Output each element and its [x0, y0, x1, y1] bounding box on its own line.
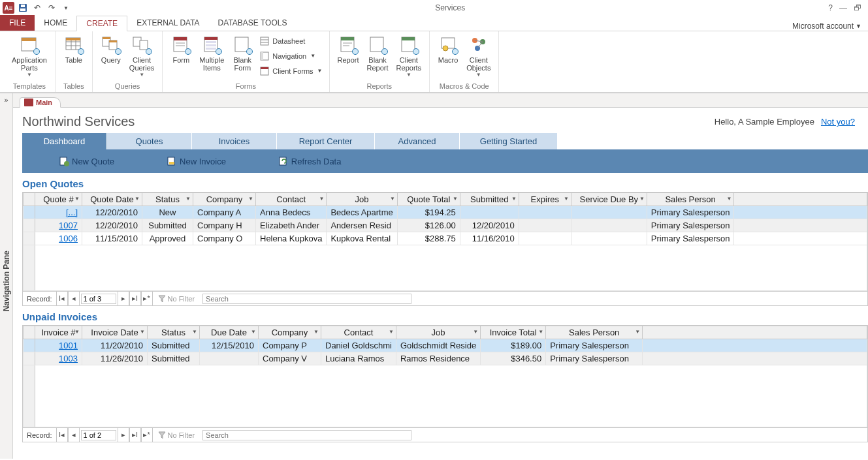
- col-due-date[interactable]: Due Date▼: [200, 326, 259, 339]
- col-job[interactable]: Job▼: [327, 193, 397, 206]
- navtab-getting-started[interactable]: Getting Started: [460, 133, 558, 149]
- no-filter-label: No Filter: [153, 295, 201, 303]
- help-icon[interactable]: ?: [828, 3, 833, 12]
- col-invoice-date[interactable]: Invoice Date▼: [82, 326, 148, 339]
- redo-icon[interactable]: ↷: [46, 2, 57, 14]
- svg-rect-20: [176, 45, 185, 46]
- svg-rect-24: [206, 44, 216, 46]
- first-record-icon[interactable]: I◂: [56, 292, 68, 305]
- prev-record-icon[interactable]: ◂: [68, 428, 80, 442]
- col-quote-num[interactable]: Quote #▼: [35, 193, 82, 206]
- tab-file[interactable]: FILE: [0, 15, 35, 31]
- svg-rect-36: [343, 42, 352, 44]
- not-you-link[interactable]: Not you?: [821, 117, 855, 127]
- search-input[interactable]: [202, 294, 411, 304]
- document-tab-main[interactable]: Main: [20, 97, 61, 108]
- search-input[interactable]: [202, 430, 411, 440]
- col-company[interactable]: Company▼: [193, 193, 256, 206]
- record-position-input[interactable]: [81, 294, 116, 304]
- col-inv-sales[interactable]: Sales Person▼: [546, 326, 643, 339]
- application-parts-button[interactable]: Application Parts▼: [8, 33, 51, 81]
- minimize-icon[interactable]: —: [839, 3, 847, 12]
- svg-rect-4: [22, 38, 36, 41]
- expand-icon[interactable]: »: [4, 93, 8, 104]
- tab-create[interactable]: CREATE: [76, 16, 127, 31]
- svg-rect-33: [261, 67, 268, 69]
- row-selector-header[interactable]: [24, 193, 35, 206]
- undo-icon[interactable]: ↶: [31, 2, 43, 14]
- svg-rect-2: [21, 5, 25, 7]
- col-expires[interactable]: Expires▼: [519, 193, 571, 206]
- col-invoice-num[interactable]: Invoice #▼: [35, 326, 82, 339]
- group-reports: Reports: [334, 81, 426, 92]
- account-menu[interactable]: Microsoft account▼: [792, 22, 868, 31]
- report-button[interactable]: Report: [334, 33, 363, 81]
- new-invoice-button[interactable]: New Invoice: [167, 156, 226, 166]
- col-contact[interactable]: Contact▼: [256, 193, 327, 206]
- client-objects-button[interactable]: Client Objects▼: [462, 33, 494, 81]
- navigation-button[interactable]: Navigation▼: [259, 49, 322, 63]
- next-record-icon[interactable]: ▸: [118, 292, 129, 305]
- col-submitted[interactable]: Submitted▼: [460, 193, 519, 206]
- unpaid-invoices-grid[interactable]: Invoice #▼ Invoice Date▼ Status▼ Due Dat…: [22, 325, 868, 428]
- table-row[interactable]: [...]12/20/2010NewCompany AAnna BedecsBe…: [24, 206, 867, 219]
- multiple-items-button[interactable]: Multiple Items: [195, 33, 228, 81]
- macro-button[interactable]: Macro: [434, 33, 462, 81]
- navtab-advanced[interactable]: Advanced: [375, 133, 460, 149]
- navtab-dashboard[interactable]: Dashboard: [22, 133, 107, 149]
- svg-line-47: [477, 42, 483, 48]
- record-position-input[interactable]: [81, 430, 116, 440]
- ribbon: Application Parts▼ Templates Table Table…: [0, 31, 868, 93]
- open-quotes-grid[interactable]: Quote #▼ Quote Date▼ Status▼ Company▼ Co…: [22, 192, 868, 292]
- ribbon-tabs: FILE HOME CREATE EXTERNAL DATA DATABASE …: [0, 16, 868, 31]
- first-record-icon[interactable]: I◂: [56, 428, 68, 442]
- svg-rect-14: [109, 40, 117, 42]
- form-button[interactable]: Form: [167, 33, 195, 81]
- new-record-icon[interactable]: ▸*: [141, 428, 153, 442]
- table-button[interactable]: Table: [59, 33, 88, 81]
- navtab-invoices[interactable]: Invoices: [192, 133, 277, 149]
- col-inv-total[interactable]: Invoice Total▼: [481, 326, 546, 339]
- datasheet-button[interactable]: Datasheet: [259, 34, 322, 48]
- tab-database-tools[interactable]: DATABASE TOOLS: [209, 15, 297, 31]
- quick-access-toolbar: A≡ ↶ ↷ ▼: [0, 2, 72, 14]
- client-reports-button[interactable]: Client Reports▼: [393, 33, 426, 81]
- col-inv-contact[interactable]: Contact▼: [321, 326, 396, 339]
- client-forms-button[interactable]: Client Forms▼: [259, 64, 322, 78]
- col-inv-status[interactable]: Status▼: [148, 326, 200, 339]
- last-record-icon[interactable]: ▸I: [129, 428, 141, 442]
- col-inv-job[interactable]: Job▼: [396, 326, 480, 339]
- query-button[interactable]: Query: [97, 33, 125, 81]
- navtab-quotes[interactable]: Quotes: [107, 133, 192, 149]
- qat-dropdown-icon[interactable]: ▼: [60, 2, 72, 14]
- table-row[interactable]: 100311/26/2010SubmittedCompany VLuciana …: [24, 352, 867, 365]
- prev-record-icon[interactable]: ◂: [68, 292, 80, 305]
- navigation-pane-collapsed[interactable]: » Navigation Pane: [0, 93, 13, 459]
- group-templates: Templates: [8, 81, 51, 92]
- tab-home[interactable]: HOME: [35, 15, 76, 31]
- new-record-icon[interactable]: ▸*: [141, 292, 153, 305]
- client-queries-button[interactable]: Client Queries▼: [125, 33, 159, 81]
- table-row[interactable]: 100611/15/2010ApprovedCompany OHelena Ku…: [24, 232, 867, 245]
- col-sales[interactable]: Sales Person▼: [647, 193, 734, 206]
- refresh-data-button[interactable]: Refresh Data: [278, 156, 342, 166]
- blank-form-button[interactable]: Blank Form: [228, 33, 257, 81]
- blank-report-button[interactable]: Blank Report: [363, 33, 393, 81]
- window-title: Services: [72, 3, 828, 12]
- navtab-report-center[interactable]: Report Center: [277, 133, 375, 149]
- col-due[interactable]: Service Due By▼: [571, 193, 647, 206]
- table-row[interactable]: 100712/20/2010SubmittedCompany HElizabet…: [24, 219, 867, 232]
- table-row[interactable]: 100111/20/2010Submitted12/15/2010Company…: [24, 339, 867, 352]
- hello-text: Hello, A Sample Employee: [715, 117, 814, 127]
- col-total[interactable]: Quote Total▼: [397, 193, 460, 206]
- tab-external-data[interactable]: EXTERNAL DATA: [127, 15, 208, 31]
- next-record-icon[interactable]: ▸: [118, 428, 129, 442]
- save-icon[interactable]: [17, 2, 29, 14]
- restore-icon[interactable]: 🗗: [854, 3, 861, 12]
- col-inv-company[interactable]: Company▼: [259, 326, 321, 339]
- col-status[interactable]: Status▼: [142, 193, 193, 206]
- record-navigator-quotes: Record: I◂ ◂ ▸ ▸I ▸* No Filter: [22, 292, 868, 306]
- col-quote-date[interactable]: Quote Date▼: [82, 193, 142, 206]
- last-record-icon[interactable]: ▸I: [129, 292, 141, 305]
- new-quote-button[interactable]: New Quote: [59, 156, 114, 166]
